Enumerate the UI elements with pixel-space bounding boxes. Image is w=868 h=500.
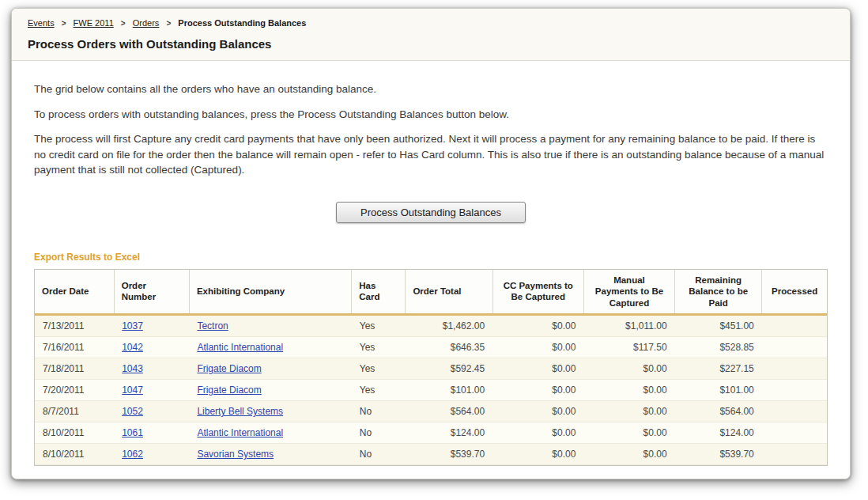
column-header-cc-payments: CC Payments to Be Captured [492, 270, 583, 315]
processed-cell [762, 400, 827, 422]
manual-payments-cell: $0.00 [583, 358, 674, 379]
export-to-excel-link[interactable]: Export Results to Excel [34, 252, 140, 263]
order-total-cell: $646.35 [406, 336, 492, 358]
manual-payments-cell: $0.00 [583, 443, 674, 464]
breadcrumb-link-fwe-2011[interactable]: FWE 2011 [74, 18, 114, 28]
order-date-cell: 7/13/2011 [35, 314, 114, 336]
processed-cell [762, 379, 827, 400]
order-total-cell: $539.70 [406, 443, 492, 464]
orders-table: Order Date Order Number Exhibiting Compa… [35, 270, 827, 465]
breadcrumb-separator: > [166, 19, 171, 28]
has-card-cell: Yes [352, 358, 406, 379]
column-header-remaining-balance: Remaining Balance to be Paid [675, 270, 762, 315]
manual-payments-cell: $0.00 [583, 422, 674, 443]
order-date-cell: 7/20/2011 [35, 379, 114, 400]
breadcrumb-current: Process Outstanding Balances [178, 18, 306, 28]
table-row: 7/18/2011 1043 Frigate Diacom Yes $592.4… [35, 358, 827, 379]
order-total-cell: $592.45 [406, 358, 492, 379]
processed-cell [762, 358, 827, 379]
order-number-cell: 1061 [114, 422, 189, 443]
exhibiting-company-link[interactable]: Atlantic International [197, 427, 283, 438]
remaining-balance-cell: $227.15 [675, 358, 762, 379]
order-total-cell: $124.00 [406, 422, 492, 443]
has-card-cell: Yes [352, 314, 406, 336]
order-number-cell: 1042 [114, 336, 189, 358]
order-number-cell: 1037 [114, 314, 189, 336]
table-row: 8/10/2011 1062 Savorian Systems No $539.… [35, 443, 827, 464]
orders-table-header: Order Date Order Number Exhibiting Compa… [35, 270, 827, 315]
button-row: Process Outstanding Balances [28, 202, 834, 223]
table-row: 8/7/2011 1052 Liberty Bell Systems No $5… [35, 400, 827, 422]
cc-payments-cell: $0.00 [492, 379, 583, 400]
exhibiting-company-link[interactable]: Frigate Diacom [197, 363, 261, 374]
exhibiting-company-cell: Liberty Bell Systems [189, 400, 351, 422]
breadcrumb-separator: > [121, 19, 126, 28]
remaining-balance-cell: $451.00 [675, 314, 762, 336]
cc-payments-cell: $0.00 [492, 336, 583, 358]
column-header-manual-payments: Manual Payments to Be Captured [583, 270, 674, 315]
table-row: 7/13/2011 1037 Tectron Yes $1,462.00 $0.… [35, 314, 827, 336]
manual-payments-cell: $0.00 [583, 379, 674, 400]
order-number-link[interactable]: 1061 [122, 427, 143, 438]
content-card: Events > FWE 2011 > Orders > Process Out… [11, 8, 851, 479]
cc-payments-cell: $0.00 [492, 314, 583, 336]
order-date-cell: 8/7/2011 [35, 400, 114, 422]
breadcrumb-link-orders[interactable]: Orders [133, 18, 160, 28]
remaining-balance-cell: $101.00 [675, 379, 762, 400]
intro-paragraph-3: The process will first Capture any credi… [34, 131, 828, 178]
order-number-link[interactable]: 1062 [122, 449, 143, 460]
order-number-link[interactable]: 1052 [122, 406, 143, 417]
breadcrumb: Events > FWE 2011 > Orders > Process Out… [28, 18, 834, 28]
order-number-cell: 1062 [114, 443, 189, 464]
exhibiting-company-cell: Atlantic International [189, 422, 351, 443]
order-number-cell: 1052 [114, 400, 189, 422]
main-content: The grid below contains all the orders w… [12, 61, 850, 466]
order-total-cell: $1,462.00 [406, 314, 492, 336]
exhibiting-company-cell: Savorian Systems [189, 443, 351, 464]
has-card-cell: No [352, 422, 406, 443]
remaining-balance-cell: $539.70 [675, 443, 762, 464]
exhibiting-company-link[interactable]: Atlantic International [197, 342, 283, 353]
cc-payments-cell: $0.00 [492, 358, 583, 379]
remaining-balance-cell: $124.00 [675, 422, 762, 443]
order-number-link[interactable]: 1043 [122, 363, 143, 374]
order-number-link[interactable]: 1042 [122, 342, 143, 353]
header-area: Events > FWE 2011 > Orders > Process Out… [12, 9, 850, 61]
has-card-cell: Yes [352, 336, 406, 358]
order-total-cell: $564.00 [406, 400, 492, 422]
cc-payments-cell: $0.00 [492, 443, 583, 464]
processed-cell [762, 443, 827, 464]
exhibiting-company-link[interactable]: Liberty Bell Systems [197, 406, 283, 417]
order-number-link[interactable]: 1037 [122, 320, 143, 331]
order-number-link[interactable]: 1047 [122, 384, 143, 396]
processed-cell [762, 336, 827, 358]
order-total-cell: $101.00 [406, 379, 492, 400]
process-outstanding-balances-button[interactable]: Process Outstanding Balances [336, 202, 526, 223]
cc-payments-cell: $0.00 [492, 400, 583, 422]
table-row: 8/10/2011 1061 Atlantic International No… [35, 422, 827, 443]
cc-payments-cell: $0.00 [492, 422, 583, 443]
table-row: 7/20/2011 1047 Frigate Diacom Yes $101.0… [35, 379, 827, 400]
column-header-order-date: Order Date [35, 270, 114, 315]
exhibiting-company-link[interactable]: Tectron [197, 320, 228, 331]
order-date-cell: 7/16/2011 [35, 336, 114, 358]
intro-paragraph-2: To process orders with outstanding balan… [34, 107, 828, 123]
column-header-order-total: Order Total [406, 270, 492, 315]
breadcrumb-link-events[interactable]: Events [28, 18, 55, 28]
exhibiting-company-cell: Atlantic International [189, 336, 351, 358]
has-card-cell: No [352, 443, 406, 464]
has-card-cell: Yes [352, 379, 406, 400]
exhibiting-company-link[interactable]: Savorian Systems [197, 449, 274, 460]
processed-cell [762, 314, 827, 336]
exhibiting-company-cell: Tectron [189, 314, 351, 336]
orders-table-wrapper: Order Date Order Number Exhibiting Compa… [34, 269, 828, 466]
manual-payments-cell: $0.00 [583, 400, 674, 422]
exhibiting-company-link[interactable]: Frigate Diacom [197, 384, 261, 396]
exhibiting-company-cell: Frigate Diacom [189, 358, 351, 379]
manual-payments-cell: $117.50 [583, 336, 674, 358]
order-number-cell: 1047 [114, 379, 189, 400]
orders-table-body: 7/13/2011 1037 Tectron Yes $1,462.00 $0.… [35, 314, 827, 464]
remaining-balance-cell: $528.85 [675, 336, 762, 358]
table-row: 7/16/2011 1042 Atlantic International Ye… [35, 336, 827, 358]
order-date-cell: 8/10/2011 [35, 443, 114, 464]
